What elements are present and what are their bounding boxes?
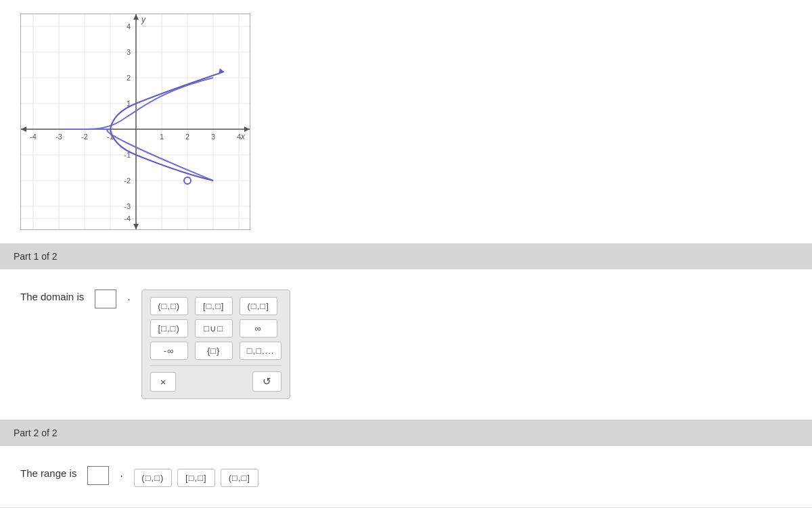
domain-label: The domain is [20,291,84,302]
svg-text:3: 3 [211,133,215,141]
svg-text:-3: -3 [124,202,131,210]
sym-list-label: □,□,... [247,346,275,356]
sym-open-open-label: (□,□) [158,301,180,311]
sym-open-closed[interactable]: (□,□] [240,297,277,315]
range-sym-closed-closed[interactable]: [□,□] [177,469,215,487]
page-container: x y -4 -3 -2 -1 1 2 3 4 4 3 [0,0,812,508]
sym-closed-closed[interactable]: [□,□] [195,297,233,315]
svg-marker-23 [133,224,139,229]
range-keyboard: (□,□) [□,□] (□,□] [134,469,258,487]
svg-text:-3: -3 [55,133,62,141]
sym-closed-open-label: [□,□) [158,323,180,333]
keyboard-row-4: × ↺ [150,365,282,392]
domain-keyboard: (□,□) [□,□] (□,□] [□,□) □∪□ [141,290,291,399]
svg-text:y: y [141,15,146,24]
sym-clear-label: × [160,376,166,388]
svg-text:3: 3 [127,48,131,56]
part1-section: The domain is . (□,□) [□,□] (□,□] [0,269,812,420]
svg-text:4: 4 [127,22,131,30]
sym-undo-button[interactable]: ↺ [252,371,281,392]
part2-header: Part 2 of 2 [0,420,812,446]
svg-text:-2: -2 [81,133,88,141]
sym-open-open[interactable]: (□,□) [150,297,188,315]
range-sym-open-open[interactable]: (□,□) [134,469,172,487]
sym-list[interactable]: □,□,... [240,342,282,360]
sym-neg-infinity-label: -∞ [164,346,175,356]
range-label: The range is [20,467,76,479]
part2-label: Part 2 of 2 [14,428,58,438]
svg-marker-20 [244,126,250,132]
svg-marker-21 [21,126,26,132]
part1-header: Part 1 of 2 [0,244,812,269]
function-graph: x y -4 -3 -2 -1 1 2 3 4 4 3 [21,14,250,229]
svg-text:2: 2 [185,133,189,141]
svg-text:x: x [240,132,246,141]
domain-answer-row: The domain is . (□,□) [□,□] (□,□] [20,290,792,399]
sym-set[interactable]: {□} [195,342,233,360]
sym-infinity[interactable]: ∞ [240,319,277,338]
range-dot: . [120,467,122,480]
sym-closed-open[interactable]: [□,□) [150,319,188,338]
range-input-box[interactable] [87,466,109,485]
svg-text:-2: -2 [124,177,131,185]
svg-text:4: 4 [237,133,241,141]
sym-clear-button[interactable]: × [150,372,177,392]
range-sym-open-closed[interactable]: (□,□] [221,469,258,487]
svg-text:-4: -4 [124,214,131,223]
sym-union[interactable]: □∪□ [195,319,233,338]
domain-dot: . [127,291,130,303]
svg-text:-4: -4 [30,133,37,141]
sym-set-label: {□} [207,346,221,356]
svg-point-43 [184,177,191,184]
keyboard-row-1: (□,□) [□,□] (□,□] [150,297,282,315]
graph-wrapper: x y -4 -3 -2 -1 1 2 3 4 4 3 [20,14,250,230]
graph-section: x y -4 -3 -2 -1 1 2 3 4 4 3 [0,0,812,244]
part2-section: The range is . (□,□) [□,□] (□,□] [0,446,812,508]
sym-open-closed-label: (□,□] [248,301,269,311]
part1-label: Part 1 of 2 [14,251,58,262]
svg-marker-22 [133,14,139,20]
range-sym-open-closed-label: (□,□] [229,473,250,483]
sym-union-label: □∪□ [204,323,223,333]
sym-undo-label: ↺ [263,375,271,387]
range-sym-open-open-label: (□,□) [141,473,164,483]
keyboard-row-3: -∞ {□} □,□,... [150,342,282,360]
range-sym-closed-closed-label: [□,□] [185,473,207,483]
svg-text:1: 1 [160,133,164,141]
svg-text:2: 2 [127,74,131,82]
sym-neg-infinity[interactable]: -∞ [150,342,188,360]
sym-infinity-label: ∞ [255,323,262,333]
domain-input-box[interactable] [95,290,116,308]
keyboard-row-2: [□,□) □∪□ ∞ [150,319,282,338]
range-answer-row: The range is . (□,□) [□,□] (□,□] [20,466,792,487]
sym-closed-closed-label: [□,□] [203,301,225,311]
